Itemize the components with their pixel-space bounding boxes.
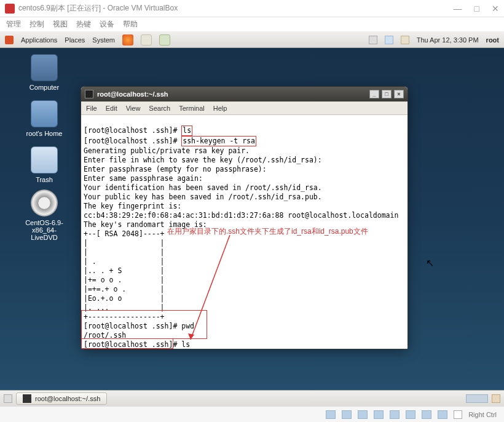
desktop-icon-trash[interactable]: Trash	[14, 146, 75, 183]
vbox-title: centos6.9副本 [正在运行] - Oracle VM VirtualBo…	[18, 3, 454, 14]
terminal-menu-edit[interactable]: Edit	[106, 105, 117, 112]
annotation-text: 在用户家目录下的.ssh文件夹下生成了id_rsa和id_rsa.pub文件	[167, 227, 388, 236]
terminal-icon	[85, 90, 93, 98]
show-desktop-icon[interactable]	[4, 394, 12, 403]
centos-icon	[5, 36, 14, 44]
terminal-menu-view[interactable]: View	[126, 105, 141, 112]
dvd-label-2: LiveDVD	[14, 234, 75, 241]
terminal-menu-file[interactable]: File	[86, 105, 97, 112]
terminal-body[interactable]: [root@localhost .ssh]# ls [root@localhos…	[81, 115, 408, 349]
term-line: | |	[84, 239, 165, 247]
term-line: |=+=.+ o . |	[84, 285, 165, 293]
terminal-menubar: File Edit View Search Terminal Help	[81, 102, 408, 115]
term-line: Your identification has been saved in /r…	[84, 183, 322, 192]
term-line: [root@localhost .ssh]# ssh-keygen -t rsa	[84, 137, 256, 145]
vbox-menu-control[interactable]: 控制	[30, 19, 44, 30]
computer-icon	[31, 54, 58, 81]
vbox-net-icon[interactable]	[358, 410, 368, 419]
minimize-button[interactable]: —	[454, 4, 462, 14]
taskbar-item-terminal[interactable]: root@localhost:~/.ssh	[16, 392, 107, 405]
term-line: |Eo.+.o o |	[84, 294, 165, 303]
term-line: Enter file in which to save the key (/ro…	[84, 156, 322, 164]
terminal-close-button[interactable]: ×	[394, 90, 404, 98]
annotation-box-pwd	[81, 310, 207, 339]
maximize-button[interactable]: □	[474, 4, 479, 14]
desktop-icon-computer[interactable]: Computer	[14, 54, 75, 91]
trash-icon	[31, 146, 58, 173]
desktop-icon-dvd[interactable]: CentOS-6.9-x86_64- LiveDVD	[14, 189, 75, 241]
guest-screen: Applications Places System Thu Apr 12, 3…	[0, 32, 504, 406]
close-button[interactable]: ✕	[492, 4, 499, 14]
vbox-menu-view[interactable]: 视图	[53, 19, 68, 30]
computer-label: Computer	[14, 84, 75, 91]
vbox-display-icon[interactable]	[406, 410, 415, 419]
terminal-menu-terminal[interactable]: Terminal	[179, 105, 205, 112]
terminal-minimize-button[interactable]: _	[369, 90, 379, 98]
vbox-record-icon[interactable]	[422, 410, 431, 419]
terminal-menu-search[interactable]: Search	[149, 105, 170, 112]
gnome-top-panel: Applications Places System Thu Apr 12, 3…	[0, 32, 504, 48]
term-line: | |	[84, 248, 165, 257]
firefox-icon[interactable]	[122, 34, 133, 46]
network-icon[interactable]	[385, 36, 393, 44]
places-menu[interactable]: Places	[65, 36, 85, 44]
user-menu[interactable]: root	[486, 36, 499, 44]
dvd-label-1: CentOS-6.9-x86_64-	[14, 219, 75, 234]
vbox-menu-hotkey[interactable]: 热键	[76, 19, 91, 30]
terminal-window: root@localhost:~/.ssh _ □ × File Edit Vi…	[81, 86, 408, 349]
cmd-ssh-keygen: ssh-keygen -t rsa	[181, 136, 256, 146]
trash-label: Trash	[14, 176, 75, 183]
home-label: root's Home	[14, 130, 75, 137]
vbox-menubar: 管理 控制 视图 热键 设备 帮助	[0, 17, 504, 32]
vbox-menu-manage[interactable]: 管理	[6, 19, 21, 30]
vbox-statusbar: Right Ctrl	[0, 406, 504, 422]
vbox-hostkey-label: Right Ctrl	[468, 411, 497, 418]
terminal-menu-help[interactable]: Help	[213, 105, 227, 112]
term-line: [root@localhost .ssh]# ls	[84, 126, 192, 135]
term-line: |.. . + S |	[84, 266, 165, 275]
term-line: The key fingerprint is:	[84, 202, 181, 210]
term-line: Generating public/private rsa key pair.	[84, 146, 250, 155]
vbox-cd-icon[interactable]	[342, 410, 352, 419]
app-icon[interactable]	[159, 34, 170, 46]
vbox-menu-devices[interactable]: 设备	[100, 19, 114, 30]
term-line: Enter passphrase (empty for no passphras…	[84, 165, 267, 173]
volume-icon[interactable]	[369, 36, 377, 44]
vbox-shared-icon[interactable]	[390, 410, 400, 419]
trash-applet-icon[interactable]	[492, 394, 500, 403]
terminal-title: root@localhost:~/.ssh	[97, 90, 168, 98]
file-manager-icon[interactable]	[141, 34, 152, 46]
vbox-titlebar: centos6.9副本 [正在运行] - Oracle VM VirtualBo…	[0, 0, 504, 17]
desktop-icon-home[interactable]: root's Home	[14, 100, 75, 137]
vbox-hd-icon[interactable]	[326, 410, 336, 419]
clock[interactable]: Thu Apr 12, 3:30 PM	[417, 36, 479, 44]
dvd-icon	[31, 189, 58, 217]
desktop[interactable]: Computer root's Home Trash CentOS-6.9-x8…	[0, 48, 504, 390]
vbox-menu-help[interactable]: 帮助	[123, 19, 138, 30]
gnome-bottom-panel: root@localhost:~/.ssh	[0, 390, 504, 406]
home-icon	[31, 100, 58, 127]
terminal-maximize-button[interactable]: □	[382, 90, 392, 98]
vbox-icon	[5, 4, 15, 14]
update-icon[interactable]	[401, 36, 409, 44]
term-line: | . |	[84, 257, 165, 266]
term-line: Enter same passphrase again:	[84, 174, 203, 183]
vbox-usb-icon[interactable]	[374, 410, 384, 419]
taskbar-terminal-icon	[23, 394, 31, 403]
applications-menu[interactable]: Applications	[21, 36, 57, 44]
term-line: +--[ RSA 2048]----+	[84, 229, 165, 238]
taskbar-terminal-label: root@localhost:~/.ssh	[35, 395, 100, 402]
terminal-titlebar[interactable]: root@localhost:~/.ssh _ □ ×	[81, 87, 408, 102]
workspace-switcher[interactable]	[466, 394, 488, 403]
term-line: Your public key has been saved in /root/…	[84, 193, 322, 201]
vbox-mouse-icon[interactable]	[438, 410, 447, 419]
cmd-ls: ls	[181, 125, 192, 136]
vbox-hostkey-indicator	[454, 410, 462, 419]
term-line: |+= o o . |	[84, 276, 165, 284]
system-menu[interactable]: System	[92, 36, 115, 44]
annotation-box-files	[81, 338, 173, 349]
term-line: cc:b4:38:29:2e:f0:68:a4:ac:31:bd:d1:d3:2…	[84, 211, 398, 220]
